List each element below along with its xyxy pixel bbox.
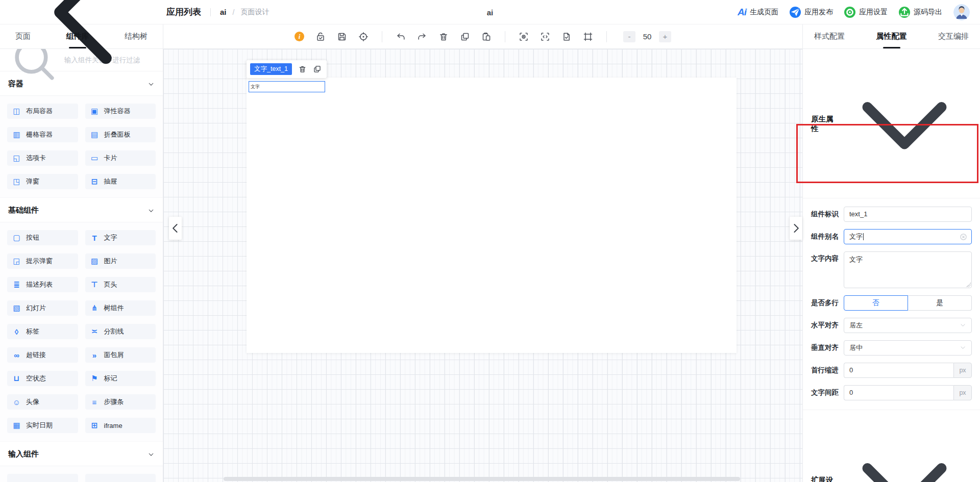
text-caret	[863, 233, 864, 240]
component-item[interactable]: ▤折叠面板	[85, 127, 156, 142]
component-item[interactable]: ▣弹性容器	[85, 104, 156, 119]
component-item-label: 弹窗	[26, 177, 39, 186]
redo-icon[interactable]	[417, 32, 427, 42]
component-item[interactable]: T文字	[85, 230, 156, 245]
selected-text-element[interactable]: 文字	[249, 81, 325, 92]
tab-component-library[interactable]: 组件库	[66, 24, 89, 48]
tab-interaction-config[interactable]: 交互编排	[938, 24, 969, 48]
left-panel-tabs: 页面 组件库 结构树	[0, 24, 163, 48]
vertical-align-select[interactable]: 居中	[844, 340, 972, 356]
component-item-label: 提示弹窗	[26, 257, 53, 266]
component-item[interactable]: ⊔空状态	[7, 371, 78, 386]
component-item[interactable]: ▥栅格容器	[7, 127, 78, 142]
component-item-label: 页头	[104, 280, 117, 289]
section-title: 输入组件	[8, 449, 39, 459]
code-export-button[interactable]: 源码导出	[899, 7, 942, 18]
component-item[interactable]: ⊞iframe	[85, 418, 156, 433]
message-popup-icon: ◲	[12, 257, 21, 266]
component-item[interactable]: ▧幻灯片	[7, 300, 78, 316]
multiline-control: 否是	[844, 295, 972, 311]
component-item[interactable]: ◲提示弹窗	[7, 253, 78, 269]
extension-settings-section-header[interactable]: 扩展设置	[803, 410, 980, 482]
canvas-horizontal-scrollbar[interactable]	[224, 477, 740, 481]
save-icon[interactable]	[337, 32, 347, 42]
component-item[interactable]: ☺头像	[7, 394, 78, 410]
first-line-indent-wrap: 0px	[844, 363, 972, 378]
component-item[interactable]: ≍分割线	[85, 324, 156, 339]
native-properties-title: 原生属性	[811, 114, 837, 134]
collapse-left-panel-handle[interactable]	[169, 217, 182, 240]
component-item[interactable]: ⋔树组件	[85, 300, 156, 316]
app-publish-button[interactable]: 应用发布	[790, 7, 833, 18]
breadcrumb-app[interactable]: ai	[220, 8, 227, 16]
info-icon[interactable]: i	[295, 32, 304, 41]
target-icon[interactable]	[358, 32, 369, 42]
component-item[interactable]: ▭卡片	[85, 150, 156, 166]
component-id-field[interactable]: text_1	[844, 207, 972, 222]
horizontal-align-select[interactable]: 居左	[844, 318, 972, 333]
component-item[interactable]	[85, 474, 156, 482]
collapse-right-panel-handle[interactable]	[790, 217, 802, 240]
component-item[interactable]: ◱选项卡	[7, 150, 78, 166]
page-selector-dropdown[interactable]: ai	[370, 4, 610, 20]
tab-style-config[interactable]: 样式配置	[814, 24, 845, 48]
component-item[interactable]: ∞超链接	[7, 347, 78, 363]
component-item[interactable]: »面包屑	[85, 347, 156, 363]
zoom-out-button[interactable]: -	[623, 31, 635, 42]
component-item[interactable]: ◊标签	[7, 324, 78, 339]
selection-toolbar: 文字_text_1	[247, 60, 327, 78]
section-items: ◫布局容器▣弹性容器▥栅格容器▤折叠面板◱选项卡▭卡片◳弹窗⊟抽屉	[0, 96, 163, 198]
tab-pages[interactable]: 页面	[15, 24, 31, 48]
component-item[interactable]: ⊟抽屉	[85, 174, 156, 189]
page-artboard[interactable]	[247, 78, 737, 353]
multiline-option[interactable]: 否	[844, 295, 908, 311]
zoom-in-button[interactable]: +	[659, 31, 671, 42]
component-item[interactable]: ≣描述列表	[7, 277, 78, 292]
component-item-label: 弹性容器	[104, 107, 131, 116]
zoom-control: -50+	[623, 31, 671, 42]
section-header[interactable]: 基础组件	[0, 198, 163, 222]
component-item[interactable]	[7, 474, 78, 482]
component-item-label: 幻灯片	[26, 303, 46, 313]
design-canvas[interactable]: 文字_text_1 文字	[163, 49, 802, 482]
component-item-label: 选项卡	[26, 154, 46, 163]
multiline-option[interactable]: 是	[908, 295, 972, 311]
component-item[interactable]: ▢按钮	[7, 230, 78, 245]
multiline-row: 是否多行否是	[811, 295, 972, 311]
tab-property-config[interactable]: 属性配置	[876, 24, 907, 48]
app-settings-button[interactable]: 应用设置	[844, 7, 888, 18]
component-item[interactable]: ⚑标记	[85, 371, 156, 386]
component-item[interactable]: ◳弹窗	[7, 174, 78, 189]
component-id-value: text_1	[849, 210, 867, 218]
component-alias-field[interactable]: 文字	[844, 229, 972, 244]
delete-component-icon[interactable]	[298, 65, 307, 73]
duplicate-component-icon[interactable]	[313, 65, 322, 73]
component-item-label: 步骤条	[104, 397, 124, 407]
trash-icon[interactable]	[438, 32, 449, 42]
modal-icon: ◳	[12, 177, 21, 186]
chevron-down-icon	[837, 418, 972, 482]
component-item[interactable]: ⊤页头	[85, 277, 156, 292]
first-line-indent-field[interactable]: 0	[844, 363, 953, 378]
component-item-label: 布局容器	[26, 107, 53, 116]
text-content-field[interactable]	[844, 251, 972, 288]
component-item[interactable]: ◫布局容器	[7, 104, 78, 119]
component-item[interactable]: ▨图片	[85, 253, 156, 269]
section-title: 基础组件	[8, 206, 39, 215]
unlock-check-icon[interactable]	[315, 32, 326, 42]
chevron-right-icon	[790, 222, 802, 235]
horizontal-align-row: 水平对齐居左	[811, 318, 972, 333]
section-header[interactable]: 输入组件	[0, 442, 163, 466]
undo-icon[interactable]	[396, 32, 406, 42]
user-avatar-icon[interactable]	[953, 4, 970, 20]
letter-spacing-field[interactable]: 0	[844, 385, 953, 400]
tab-structure-tree[interactable]: 结构树	[125, 24, 148, 48]
component-item[interactable]: ▦实时日期	[7, 418, 78, 433]
clear-input-icon[interactable]	[960, 233, 967, 241]
code-export-label: 源码导出	[914, 8, 942, 17]
native-properties-section-header[interactable]: 原生属性	[803, 49, 980, 198]
app-publish-label: 应用发布	[804, 8, 833, 17]
component-item[interactable]: ≡步骤条	[85, 394, 156, 410]
component-item-label: 超链接	[26, 350, 46, 360]
generate-page-button[interactable]: Ai生成页面	[738, 7, 778, 18]
